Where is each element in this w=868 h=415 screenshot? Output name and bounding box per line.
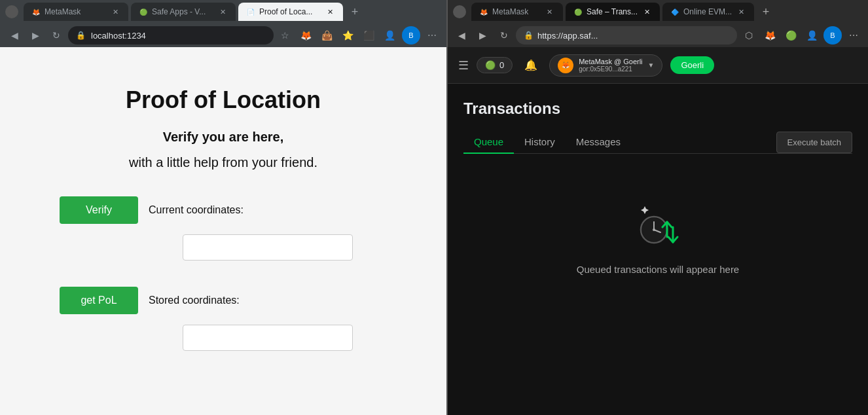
- new-tab-button[interactable]: +: [346, 3, 364, 21]
- tab-messages[interactable]: Messages: [566, 131, 631, 154]
- account-info: MetaMask @ Goerli gor:0x5E90...a221: [579, 58, 642, 73]
- right-profile-icon[interactable]: 👤: [803, 26, 821, 45]
- right-safe-ext-icon[interactable]: 🟢: [782, 26, 800, 45]
- right-address-bar-row: ◀ ▶ ↻ 🔒 https://app.saf... ⬡ 🦊 🟢 👤 B ⋯: [448, 24, 868, 47]
- right-lock-icon: 🔒: [524, 31, 533, 40]
- account-chevron-icon: ▼: [648, 62, 655, 69]
- right-metamask-ext-icon[interactable]: 🦊: [761, 26, 779, 45]
- safe-header: ☰ 🟢 0 🔔 🦊 MetaMask @ Goerli gor:0x5E90..…: [448, 47, 868, 84]
- page-text: with a little help from your friend.: [129, 155, 317, 170]
- network-count: 0: [499, 60, 504, 70]
- proof-favicon: 📄: [246, 7, 255, 16]
- right-evm-label: Online EVM...: [683, 7, 732, 16]
- hamburger-menu-icon[interactable]: ☰: [458, 58, 469, 73]
- tab-metamask-left-close[interactable]: ✕: [110, 7, 120, 17]
- bookmarks-icon[interactable]: ⭐: [339, 26, 357, 45]
- get-pol-button[interactable]: get PoL: [60, 287, 138, 314]
- left-tab-bar: 🦊 MetaMask ✕ 🟢 Safe Apps - V... ✕ 📄 Proo…: [0, 0, 446, 24]
- tab-metamask-left[interactable]: 🦊 MetaMask ✕: [24, 3, 128, 21]
- metamask-favicon: 🦊: [31, 7, 41, 16]
- apps-icon[interactable]: ⬛: [360, 26, 378, 45]
- forward-button[interactable]: ▶: [26, 26, 45, 45]
- toolbar-icons: ☆ 🦊 👜 ⭐ ⬛ 👤 B ⋯: [276, 26, 441, 45]
- refresh-button[interactable]: ↻: [47, 26, 65, 45]
- address-text: localhost:1234: [91, 31, 146, 41]
- right-evm-favicon: 🔷: [670, 7, 679, 16]
- right-forward-button[interactable]: ▶: [474, 26, 492, 45]
- safe-apps-favicon: 🟢: [139, 7, 148, 16]
- profile-icon[interactable]: 👤: [381, 26, 399, 45]
- bookmark-star-icon[interactable]: ☆: [276, 26, 295, 45]
- stored-coords-label: Stored coordinates:: [149, 295, 240, 306]
- account-name: MetaMask @ Goerli: [579, 58, 642, 65]
- page-subtitle: Verify you are here,: [163, 130, 284, 145]
- empty-state-text: Queued transactions will appear here: [577, 264, 739, 275]
- notification-bell-icon[interactable]: 🔔: [520, 55, 541, 76]
- right-safe-label: Safe – Trans...: [587, 7, 638, 16]
- tab-metamask-left-label: MetaMask: [45, 7, 106, 16]
- right-address-text: https://app.saf...: [537, 31, 598, 41]
- right-tab-safe-trans[interactable]: 🟢 Safe – Trans... ✕: [566, 3, 660, 21]
- back-button[interactable]: ◀: [5, 26, 24, 45]
- tab-proof-label: Proof of Loca...: [259, 7, 321, 16]
- more-options-icon[interactable]: ⋯: [423, 26, 441, 45]
- right-share-icon[interactable]: ⬡: [740, 26, 758, 45]
- address-bar[interactable]: 🔒 localhost:1234: [68, 26, 274, 45]
- right-evm-close[interactable]: ✕: [736, 7, 746, 17]
- empty-queue-state: Queued transactions will appear here: [463, 175, 852, 301]
- safe-main-content: Transactions Queue History Messages Exec…: [448, 84, 868, 415]
- right-refresh-button[interactable]: ↻: [495, 26, 513, 45]
- transaction-tabs: Queue History Messages Execute batch: [463, 131, 852, 154]
- lock-icon: 🔒: [76, 31, 86, 40]
- tab-safe-apps-close[interactable]: ✕: [217, 7, 228, 17]
- right-metamask-favicon: 🦊: [479, 7, 488, 16]
- transactions-title: Transactions: [463, 99, 852, 118]
- right-tab-online-evm[interactable]: 🔷 Online EVM... ✕: [662, 3, 754, 21]
- right-more-options-icon[interactable]: ⋯: [844, 26, 863, 45]
- right-toolbar-icons: ⬡ 🦊 🟢 👤 B ⋯: [740, 26, 863, 45]
- current-coords-input[interactable]: [183, 234, 353, 261]
- goerli-button[interactable]: Goerli: [670, 56, 714, 74]
- right-browser-panel: 🦊 MetaMask ✕ 🟢 Safe – Trans... ✕ 🔷 Onlin…: [448, 0, 868, 415]
- right-tab-metamask[interactable]: 🦊 MetaMask ✕: [471, 3, 563, 21]
- right-back-button[interactable]: ◀: [453, 26, 471, 45]
- verify-row: Verify Current coordinates:: [60, 196, 387, 224]
- tab-proof-of-location[interactable]: 📄 Proof of Loca... ✕: [238, 3, 343, 21]
- left-page-content: Proof of Location Verify you are here, w…: [0, 47, 446, 415]
- right-safe-close[interactable]: ✕: [642, 7, 652, 17]
- right-browser-chrome: 🦊 MetaMask ✕ 🟢 Safe – Trans... ✕ 🔷 Onlin…: [448, 0, 868, 47]
- window-control-icon[interactable]: [5, 5, 18, 18]
- tab-queue[interactable]: Queue: [463, 131, 514, 154]
- wallet-icon[interactable]: 👜: [318, 26, 336, 45]
- tab-history[interactable]: History: [514, 131, 566, 154]
- account-address: gor:0x5E90...a221: [579, 65, 642, 73]
- verify-button[interactable]: Verify: [60, 196, 138, 224]
- metamask-ext-icon[interactable]: 🦊: [297, 26, 316, 45]
- right-window-control[interactable]: [453, 5, 466, 18]
- left-browser-panel: 🦊 MetaMask ✕ 🟢 Safe Apps - V... ✕ 📄 Proo…: [0, 0, 446, 415]
- account-avatar: 🦊: [558, 58, 573, 73]
- right-address-bar[interactable]: 🔒 https://app.saf...: [516, 26, 737, 45]
- tab-safe-apps-label: Safe Apps - V...: [152, 7, 213, 16]
- right-metamask-close[interactable]: ✕: [545, 7, 555, 17]
- network-badge[interactable]: 🟢 0: [477, 57, 513, 73]
- tab-proof-close[interactable]: ✕: [325, 7, 335, 17]
- right-safe-favicon: 🟢: [573, 7, 583, 16]
- execute-batch-button[interactable]: Execute batch: [776, 132, 852, 153]
- left-browser-chrome: 🦊 MetaMask ✕ 🟢 Safe Apps - V... ✕ 📄 Proo…: [0, 0, 446, 47]
- left-address-bar-row: ◀ ▶ ↻ 🔒 localhost:1234 ☆ 🦊 👜 ⭐ ⬛ 👤 B ⋯: [0, 24, 446, 47]
- network-icon: 🟢: [485, 60, 496, 70]
- safe-app-content: ☰ 🟢 0 🔔 🦊 MetaMask @ Goerli gor:0x5E90..…: [448, 47, 868, 415]
- right-bing-icon[interactable]: B: [823, 26, 842, 45]
- right-new-tab-button[interactable]: +: [757, 3, 775, 21]
- stored-coords-input[interactable]: [183, 325, 353, 351]
- get-pol-row: get PoL Stored coordinates:: [60, 287, 387, 314]
- svg-point-4: [653, 228, 655, 231]
- tab-safe-apps[interactable]: 🟢 Safe Apps - V... ✕: [131, 3, 236, 21]
- bing-icon[interactable]: B: [402, 26, 420, 45]
- current-coords-label: Current coordinates:: [149, 204, 244, 216]
- right-tab-bar: 🦊 MetaMask ✕ 🟢 Safe – Trans... ✕ 🔷 Onlin…: [448, 0, 868, 24]
- right-metamask-label: MetaMask: [492, 7, 541, 16]
- empty-transactions-icon: [632, 201, 684, 253]
- account-badge[interactable]: 🦊 MetaMask @ Goerli gor:0x5E90...a221 ▼: [549, 54, 662, 77]
